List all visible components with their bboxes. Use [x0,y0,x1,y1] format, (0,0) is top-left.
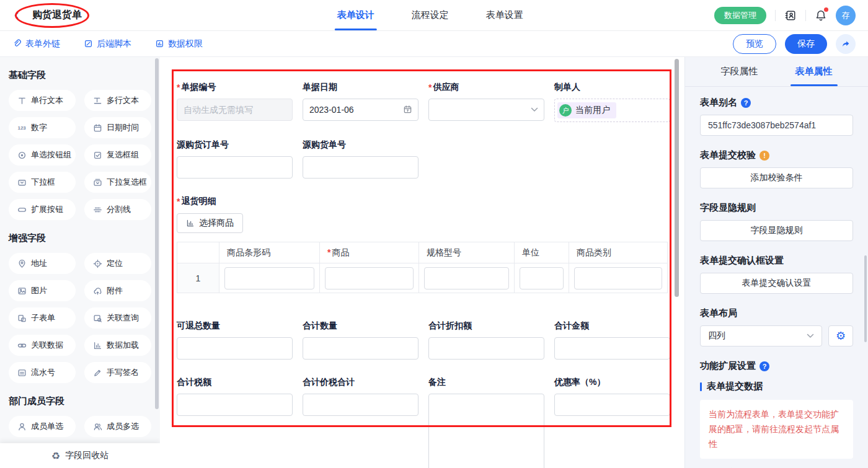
add-validation-button[interactable]: 添加校验条件 [700,167,853,188]
form-alias-input[interactable] [700,115,853,136]
layout-settings-button[interactable]: ⚙ [828,325,853,347]
field-item-serial-number[interactable]: 流水号 [9,362,76,383]
notification-bell-icon[interactable] [815,9,827,22]
field-label: 单据编号 [181,82,216,93]
recycle-icon: ♻ [51,450,60,462]
select-product-button[interactable]: 选择商品 [177,213,243,233]
field-item-multi-select[interactable]: 下拉复选框 [84,172,151,193]
warning-icon[interactable]: ! [760,151,769,161]
multi-select-icon [93,178,102,187]
avatar[interactable]: 存 [836,6,856,25]
attachment-icon [93,286,102,296]
unit-input[interactable] [520,267,564,289]
product-input[interactable] [325,267,414,289]
spec-input[interactable] [424,267,509,289]
share-button[interactable] [836,34,856,54]
field-item-checkbox-group[interactable]: 复选框组 [84,144,151,166]
help-icon[interactable]: ? [760,361,769,371]
row-index: 1 [177,263,219,293]
field-item-attachment[interactable]: 附件 [84,280,151,301]
relation-data-icon [17,341,27,350]
creator-field[interactable]: 户 当前用户 [554,99,670,122]
divider-icon [93,205,102,214]
visibility-rule-button[interactable]: 字段显隐规则 [700,220,853,241]
field-recycle-bin[interactable]: ♻ 字段回收站 [0,443,160,468]
total-discount-input[interactable] [428,337,544,360]
field-item-relation-data[interactable]: 关联数据 [9,335,76,356]
field-item-data-load[interactable]: 数据加载 [84,335,151,356]
visibility-rule-label: 字段显隐规则 [700,202,756,214]
source-bill-no-input[interactable] [303,156,418,179]
detail-table-row: 1 [177,263,668,293]
field-item-extend-button[interactable]: 扩展按钮 [9,199,76,220]
field-item-number[interactable]: 123 数字 [9,117,76,138]
total-qty-input[interactable] [303,337,418,360]
supplier-select[interactable] [428,99,544,121]
back-icon[interactable] [12,11,21,20]
field-item-single-line-text[interactable]: 单行文本 [9,90,76,111]
sidebar-scrollbar[interactable] [155,58,159,409]
field-item-select[interactable]: 下拉框 [9,172,76,193]
user-avatar-icon: 户 [559,104,572,117]
field-item-radio-group[interactable]: 单选按钮组 [9,144,76,166]
field-item-address[interactable]: 地址 [9,253,76,274]
barcode-input[interactable] [224,267,314,289]
field-item-member-single[interactable]: 成员单选 [9,416,76,437]
field-label: 单据日期 [303,82,337,93]
field-item-subform[interactable]: 子表单 [9,307,76,329]
total-amount-input[interactable] [554,337,670,360]
category-input[interactable] [574,267,662,289]
tab-flow-setting[interactable]: 流程设定 [409,0,451,30]
total-tax-input[interactable] [177,394,293,416]
form-external-link[interactable]: 表单外链 [12,38,60,50]
tab-form-properties[interactable]: 表单属性 [794,57,834,86]
bill-date-input[interactable] [303,99,418,121]
tab-field-properties[interactable]: 字段属性 [720,57,760,86]
address-book-icon[interactable] [784,9,797,22]
canvas-scrollbar[interactable] [675,59,679,297]
data-load-icon [93,341,102,350]
discount-rate-input[interactable] [554,394,670,416]
field-item-datetime[interactable]: 日期时间 [84,117,151,138]
tab-form-design[interactable]: 表单设计 [335,0,377,30]
share-arrow-icon [841,39,851,49]
source-order-no-input[interactable] [177,156,293,179]
extension-settings-label: 功能扩展设置 [700,360,756,372]
remark-textarea[interactable] [428,394,544,468]
member-single-icon [17,422,27,431]
serial-number-icon [17,368,27,377]
field-item-divider[interactable]: 分割线 [84,199,151,220]
field-item-signature[interactable]: 手写签名 [84,362,151,383]
tab-form-setting[interactable]: 表单设置 [484,0,526,30]
save-button[interactable]: 保存 [785,34,827,54]
total-with-tax-input[interactable] [303,394,418,416]
field-item-member-multi[interactable]: 成员多选 [84,416,151,437]
form-toolbar: 表单外链 后端脚本 数据权限 预览 保存 [0,31,868,57]
backend-script-link[interactable]: 后端脚本 [84,38,131,50]
preview-button[interactable]: 预览 [733,34,776,54]
subform-icon [17,314,27,323]
link-icon [12,39,22,48]
number-icon: 123 [17,123,27,133]
submit-confirm-button[interactable]: 表单提交确认设置 [700,273,853,294]
data-permission-link[interactable]: 数据权限 [155,38,203,50]
field-item-location[interactable]: 定位 [84,253,151,274]
properties-panel: 字段属性 表单属性 表单别名 ? 表单提交校验 ! 添加校验条件 字段显隐规则 [684,57,868,468]
layout-select[interactable]: 四列 [700,325,822,347]
address-icon [17,259,27,268]
calendar-icon [403,105,412,114]
location-icon [93,259,102,268]
field-item-image[interactable]: 图片 [9,280,76,301]
field-label: 备注 [428,377,446,388]
form-layout-label: 表单布局 [700,307,737,319]
help-icon[interactable]: ? [741,98,751,108]
returnable-qty-input[interactable] [177,337,293,360]
script-icon [84,39,93,48]
form-layout-group: 表单布局 四列 ⚙ [700,307,853,347]
panel-scrollbar[interactable] [864,255,867,342]
field-return-detail: *退货明细 选择商品 商品条形码 *商品 规格型号 单位 商品类别 [177,196,684,293]
field-item-multi-line-text[interactable]: 多行文本 [84,90,151,111]
data-manage-button[interactable]: 数据管理 [714,7,766,24]
field-item-relation-query[interactable]: 关联查询 [84,307,151,329]
bill-no-input[interactable] [177,99,293,121]
